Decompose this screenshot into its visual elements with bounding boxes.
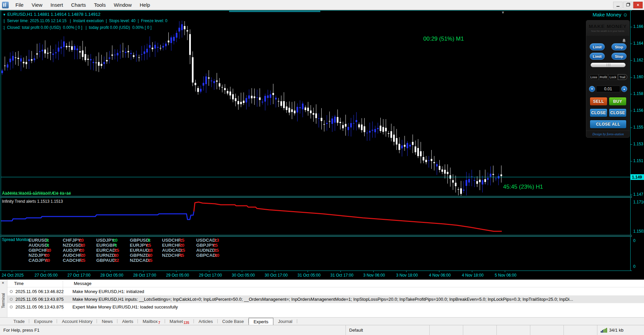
tab-label: Exposure — [34, 319, 52, 324]
spread-cell: NZDCHF:45 — [162, 253, 184, 258]
slider-grip[interactable] — [607, 63, 610, 66]
price-axis-label: 1.155 — [633, 125, 643, 130]
spread-value: 15 — [180, 248, 185, 253]
tab-news[interactable]: News — [97, 318, 117, 325]
time-axis-tick — [308, 271, 308, 272]
tab-code-base[interactable]: Code Base — [218, 318, 249, 325]
terminal-log-row[interactable]: 2025.11.05 06:13:43.875Expert Make Money… — [7, 303, 644, 311]
chart-area: ▼ ▼EURUSD,H1 1.14881 1.14914 1.14878 1.1… — [0, 10, 644, 280]
menu-item-file[interactable]: File — [11, 1, 28, 9]
spread-value: 25 — [214, 248, 219, 253]
spread-value: 20 — [79, 238, 84, 243]
segment-trail[interactable]: Trail — [618, 74, 628, 80]
price-axis-tick — [630, 44, 632, 44]
segment-loss[interactable]: Loss — [589, 74, 599, 80]
time-axis-label: 4 Nov 06:00 — [429, 273, 451, 278]
lot-size-field[interactable]: 0.01 — [596, 86, 620, 92]
tab-journal[interactable]: Journal — [273, 318, 297, 325]
close-buy-button[interactable]: CLOSE — [609, 108, 627, 117]
tab-trade[interactable]: Trade — [9, 318, 29, 325]
segment-lock[interactable]: Lock — [608, 74, 618, 80]
menu-item-charts[interactable]: Charts — [67, 1, 90, 9]
panel-footer-credit: Design by forex-station — [586, 131, 630, 136]
time-axis-tick — [176, 271, 176, 272]
log-message: Make Money EURUSD,H1 inputs: __LotsSetti… — [69, 297, 573, 302]
close-all-button[interactable]: CLOSE ALL — [590, 120, 627, 129]
limit-button[interactable]: Limit — [590, 53, 605, 60]
terminal-log-row[interactable]: 2025.11.05 06:13:46.822Make Money EURUSD… — [7, 288, 644, 295]
time-axis-tick — [110, 271, 111, 272]
status-empty-cell — [530, 325, 564, 335]
spread-value: 25 — [114, 248, 119, 253]
window-controls: × — [613, 2, 644, 8]
column-header-message[interactable]: Message — [74, 281, 92, 286]
risk-slider[interactable] — [591, 63, 626, 67]
tab-label: Alerts — [122, 319, 133, 324]
lot-increase-button[interactable]: ▲ — [621, 86, 627, 92]
menu-item-tools[interactable]: Tools — [90, 1, 110, 9]
tab-exposure[interactable]: Exposure — [29, 318, 57, 325]
tab-market[interactable]: Market135 — [165, 318, 194, 325]
status-empty-cell — [496, 325, 530, 335]
price-axis-tick — [630, 27, 632, 27]
stop-button[interactable]: Stop — [611, 53, 627, 60]
tab-account-history[interactable]: Account History — [57, 318, 97, 325]
menu-item-help[interactable]: Help — [136, 1, 154, 9]
bell-icon[interactable] — [622, 39, 626, 43]
spread-cell: AUDJPY:20 — [63, 248, 84, 253]
pane-divider[interactable] — [0, 197, 632, 198]
segment-profit[interactable]: Profit — [599, 74, 608, 80]
log-entry-icon — [10, 290, 13, 293]
signal-bars-icon — [601, 328, 607, 333]
tab-label: Trade — [13, 319, 24, 324]
tab-mailbox[interactable]: Mailbox7 — [138, 318, 165, 325]
spread-cell: AUDCAD:15 — [162, 248, 185, 253]
tab-alerts[interactable]: Alerts — [117, 318, 138, 325]
spread-value: 50 — [148, 253, 153, 258]
buy-button[interactable]: BUY — [609, 97, 627, 106]
chart-symbol-title: ▼EURUSD,H1 1.14881 1.14914 1.14878 1.149… — [3, 12, 100, 17]
terminal-log-row[interactable]: 2025.11.05 06:13:43.875Make Money EURUSD… — [7, 295, 644, 303]
time-axis-tick — [505, 271, 505, 272]
status-profile-selector[interactable]: Default — [345, 325, 429, 335]
minimize-button[interactable] — [613, 2, 623, 8]
sell-button[interactable]: SELL — [590, 97, 607, 106]
infinity-trend-line-down — [194, 202, 502, 231]
tab-label: Account History — [62, 319, 92, 324]
lot-decrease-button[interactable]: ▼ — [589, 86, 595, 92]
chart-border-left — [1, 10, 1, 271]
panel-subtitle: Now the wealth is in your hands — [586, 30, 629, 32]
spread-value: 6 — [46, 238, 49, 243]
time-axis-tick — [77, 271, 78, 272]
column-header-time[interactable]: Time — [14, 281, 23, 286]
spread-value: 30 — [46, 248, 51, 253]
spread-value: 25 — [213, 243, 218, 248]
spread-cell: USDCHF:15 — [162, 238, 184, 243]
stop-button[interactable]: Stop — [611, 43, 627, 50]
symbol-dropdown-icon[interactable]: ▼ — [3, 13, 6, 16]
spread-cell: GBPJPY:25 — [196, 243, 218, 248]
close-sell-button[interactable]: CLOSE — [590, 108, 607, 117]
time-axis-tick — [472, 271, 472, 272]
menu-item-view[interactable]: View — [28, 1, 46, 9]
terminal-close-icon[interactable]: × — [2, 280, 4, 285]
status-empty-cell — [463, 325, 496, 335]
log-message: Expert Make Money EURUSD,H1: loaded succ… — [69, 304, 178, 309]
menu-item-window[interactable]: Window — [110, 1, 136, 9]
pane-divider[interactable] — [0, 236, 632, 237]
spread-value: 20 — [179, 243, 184, 248]
terminal-vertical-tab[interactable]: Terminal — [1, 293, 6, 308]
menu-item-insert[interactable]: Insert — [46, 1, 67, 9]
limit-button[interactable]: Limit — [590, 43, 605, 50]
spread-value: 35 — [148, 258, 153, 263]
spread-cell: AUDNZD:25 — [196, 248, 219, 253]
price-axis-tick — [630, 161, 632, 161]
panel-title: MAKE MONEY — [586, 23, 629, 29]
tab-experts[interactable]: Experts — [249, 318, 273, 325]
close-button[interactable]: × — [633, 2, 643, 8]
tab-articles[interactable]: Articles — [194, 318, 218, 325]
restore-button[interactable] — [623, 2, 633, 8]
spread-monitor-label: Spread Monitor — [2, 237, 30, 242]
time-axis-label: 31 Oct 17:00 — [330, 273, 354, 278]
terminal-side-strip: × Terminal — [0, 280, 7, 317]
